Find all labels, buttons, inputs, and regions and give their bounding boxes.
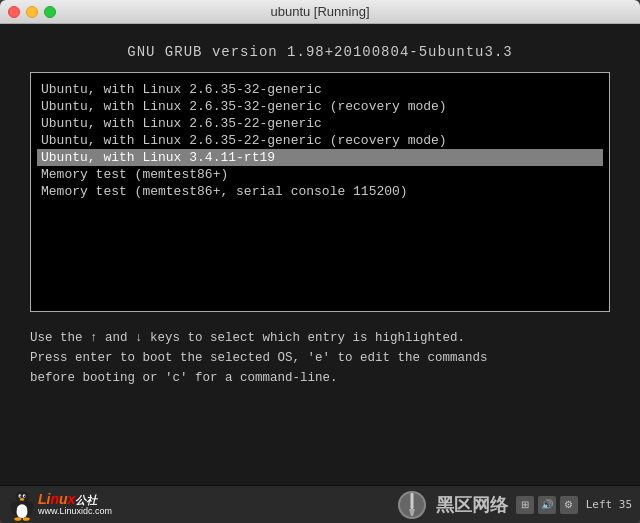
boot-menu: Ubuntu, with Linux 2.6.35-32-genericUbun… [37, 81, 603, 200]
boot-menu-container: Ubuntu, with Linux 2.6.35-32-genericUbun… [30, 72, 610, 312]
bottom-right: 黑区网络 ⊞ 🔊 ⚙ Left 35 [396, 489, 632, 521]
tux-icon [8, 488, 36, 522]
linux-text-logo: Linux公社 www.Linuxidc.com [38, 492, 112, 517]
left-counter: Left 35 [586, 498, 632, 511]
grub-header: GNU GRUB version 1.98+20100804-5ubuntu3.… [127, 44, 512, 60]
linux-url: www.Linuxidc.com [38, 507, 112, 517]
svg-point-5 [20, 495, 21, 496]
svg-point-8 [14, 517, 21, 521]
tool-icon [396, 489, 428, 521]
taskbar-icon-2[interactable]: 🔊 [538, 496, 556, 514]
main-window: ubuntu [Running] GNU GRUB version 1.98+2… [0, 0, 640, 523]
boot-menu-item[interactable]: Memory test (memtest86+, serial console … [37, 183, 603, 200]
vm-screen: GNU GRUB version 1.98+20100804-5ubuntu3.… [0, 24, 640, 523]
taskbar-icon-1[interactable]: ⊞ [516, 496, 534, 514]
boot-menu-item[interactable]: Ubuntu, with Linux 2.6.35-22-generic [37, 115, 603, 132]
grub-instructions: Use the ↑ and ↓ keys to select which ent… [30, 328, 610, 388]
taskbar-icons: ⊞ 🔊 ⚙ [516, 496, 578, 514]
boot-menu-item[interactable]: Ubuntu, with Linux 3.4.11-rt19 [37, 149, 603, 166]
svg-point-6 [24, 495, 25, 496]
watermark-text: 黑区网络 [436, 493, 508, 517]
svg-point-2 [16, 491, 29, 504]
window-buttons [8, 6, 56, 18]
taskbar-icon-3[interactable]: ⚙ [560, 496, 578, 514]
svg-point-7 [20, 498, 24, 501]
minimize-button[interactable] [26, 6, 38, 18]
window-title: ubuntu [Running] [270, 4, 369, 19]
boot-menu-item[interactable]: Ubuntu, with Linux 2.6.35-32-generic (re… [37, 98, 603, 115]
bottom-bar: Linux公社 www.Linuxidc.com 黑区网络 [0, 485, 640, 523]
boot-menu-item[interactable]: Ubuntu, with Linux 2.6.35-22-generic (re… [37, 132, 603, 149]
boot-menu-item[interactable]: Ubuntu, with Linux 2.6.35-32-generic [37, 81, 603, 98]
linux-brand: Linux公社 [38, 492, 112, 507]
grub-area: GNU GRUB version 1.98+20100804-5ubuntu3.… [0, 24, 640, 485]
svg-point-1 [16, 504, 27, 518]
maximize-button[interactable] [44, 6, 56, 18]
close-button[interactable] [8, 6, 20, 18]
instruction-line: Press enter to boot the selected OS, 'e'… [30, 348, 610, 368]
svg-point-9 [23, 517, 30, 521]
boot-menu-item[interactable]: Memory test (memtest86+) [37, 166, 603, 183]
titlebar: ubuntu [Running] [0, 0, 640, 24]
linux-logo: Linux公社 www.Linuxidc.com [8, 488, 112, 522]
instruction-line: Use the ↑ and ↓ keys to select which ent… [30, 328, 610, 348]
instruction-line: before booting or 'c' for a command-line… [30, 368, 610, 388]
svg-rect-14 [410, 493, 413, 509]
watermark-container: 黑区网络 [436, 493, 508, 517]
